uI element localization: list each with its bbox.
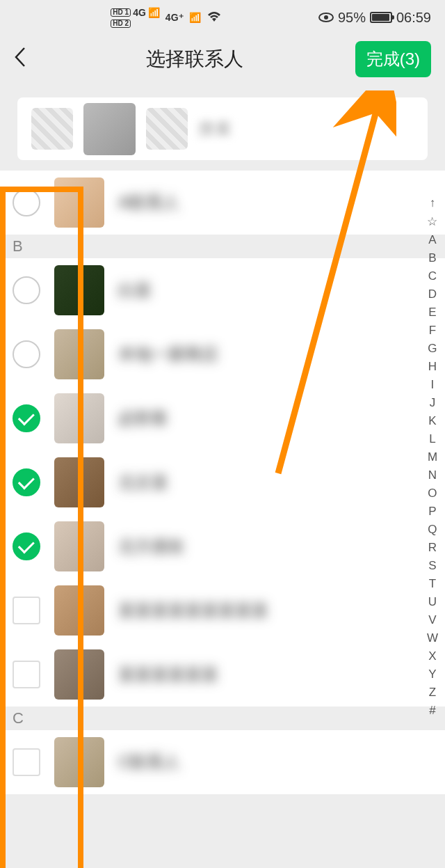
index-item[interactable]: H (425, 358, 440, 375)
clock-time: 06:59 (396, 10, 431, 26)
checkbox-unchecked-icon[interactable] (13, 748, 40, 776)
contact-row[interactable]: 某某某某某某 (0, 642, 445, 707)
checkbox-checked-icon[interactable] (13, 532, 40, 560)
index-item[interactable]: B (425, 250, 439, 267)
hd-badge-1: HD 1 (111, 8, 131, 17)
contact-name: 某某某某某某某某某 (118, 599, 268, 622)
signal-bars-icon: 📶 (148, 7, 160, 18)
selected-avatar-thumb[interactable] (31, 108, 73, 150)
index-item[interactable]: Z (426, 684, 439, 701)
index-item[interactable]: # (426, 702, 439, 719)
alphabet-index-bar[interactable]: ↑☆ABCDEFGHIJKLMNOPQRSTUVWXYZ# (423, 195, 442, 719)
checkbox-unchecked-icon[interactable] (13, 276, 40, 304)
index-item[interactable]: G (424, 340, 440, 357)
selected-contacts-bar[interactable]: 搜索 (17, 97, 428, 160)
contact-avatar (54, 393, 104, 443)
contact-name: A联系人 (118, 191, 179, 214)
contact-row[interactable]: 北方朋友 (0, 514, 445, 578)
contact-name: 北京某 (118, 471, 168, 494)
index-item[interactable]: N (425, 467, 440, 484)
index-item[interactable]: U (425, 594, 440, 610)
contact-row[interactable]: 北京某 (0, 450, 445, 514)
contact-avatar (54, 737, 104, 787)
index-item[interactable]: R (425, 539, 440, 556)
index-item[interactable]: O (424, 485, 440, 502)
hd-badge-2: HD 2 (111, 19, 131, 28)
battery-percentage: 95% (338, 10, 366, 26)
index-item[interactable]: I (428, 377, 438, 393)
contact-name: 本地一家商店 (118, 343, 218, 365)
index-item[interactable]: M (424, 449, 441, 466)
index-item[interactable]: K (425, 413, 439, 429)
wifi-icon (207, 10, 222, 25)
index-item[interactable]: S (425, 558, 439, 574)
index-item[interactable]: J (426, 395, 439, 411)
section-header-C: C (0, 707, 445, 730)
index-item[interactable]: V (425, 612, 439, 629)
header: 选择联系人 完成(3) (0, 35, 445, 84)
index-item[interactable]: Y (425, 666, 439, 683)
selected-avatar-thumb[interactable] (146, 108, 188, 150)
checkbox-unchecked-icon[interactable] (13, 661, 40, 688)
contact-avatar (54, 585, 104, 636)
section-header-B: B (0, 235, 445, 258)
index-item[interactable]: A (425, 232, 439, 248)
contact-avatar (54, 329, 104, 379)
status-bar: HD 1 4G 📶 HD 2 4G⁺ 📶 95% 06:59 (0, 0, 445, 35)
contact-name: 白某 (118, 279, 152, 301)
contact-row[interactable]: 本地一家商店 (0, 322, 445, 386)
contact-avatar (54, 649, 104, 700)
index-item[interactable]: D (425, 286, 440, 303)
checkbox-unchecked-icon[interactable] (13, 189, 40, 216)
index-item[interactable]: F (426, 322, 439, 339)
contact-name: 某某某某某某 (118, 663, 218, 686)
index-item[interactable]: ↑ (426, 195, 439, 212)
contact-name: C联系人 (118, 751, 180, 773)
index-item[interactable]: X (425, 648, 439, 665)
done-button[interactable]: 完成(3) (355, 41, 431, 77)
contact-row[interactable]: C联系人 (0, 730, 445, 794)
checkbox-unchecked-icon[interactable] (13, 340, 40, 368)
index-item[interactable]: L (426, 431, 439, 448)
contact-avatar (54, 265, 104, 315)
back-button[interactable] (14, 47, 35, 72)
contact-row[interactable]: 必胜客 (0, 386, 445, 450)
selected-avatar-thumb[interactable] (83, 103, 136, 155)
contact-avatar (54, 177, 104, 228)
signal-label-2: 4G⁺ (165, 12, 184, 23)
index-item[interactable]: W (423, 630, 442, 647)
search-placeholder[interactable]: 搜索 (198, 118, 232, 140)
contact-avatar (54, 521, 104, 571)
index-item[interactable]: E (425, 304, 439, 321)
contact-name: 必胜客 (118, 407, 168, 429)
battery-icon (370, 12, 392, 23)
checkbox-checked-icon[interactable] (13, 468, 40, 496)
contact-row[interactable]: 白某 (0, 258, 445, 322)
index-item[interactable]: Q (424, 521, 440, 538)
contact-avatar (54, 457, 104, 507)
index-item[interactable]: T (426, 576, 439, 592)
contact-row[interactable]: A联系人 (0, 171, 445, 235)
checkbox-unchecked-icon[interactable] (13, 597, 40, 624)
contact-list[interactable]: A联系人B白某本地一家商店必胜客北京某北方朋友某某某某某某某某某某某某某某某CC… (0, 171, 445, 794)
signal-label-1: 4G (133, 7, 146, 18)
status-indicators: HD 1 4G 📶 HD 2 4G⁺ 📶 (14, 7, 318, 28)
signal-bars-icon-2: 📶 (189, 12, 201, 23)
index-item[interactable]: ☆ (423, 213, 441, 230)
eye-icon (318, 13, 334, 22)
index-item[interactable]: C (425, 268, 440, 285)
page-title: 选择联系人 (49, 46, 341, 72)
index-item[interactable]: P (425, 503, 439, 520)
contact-name: 北方朋友 (118, 535, 185, 558)
status-right: 95% 06:59 (318, 10, 431, 26)
checkbox-checked-icon[interactable] (13, 404, 40, 432)
contact-row[interactable]: 某某某某某某某某某 (0, 578, 445, 642)
